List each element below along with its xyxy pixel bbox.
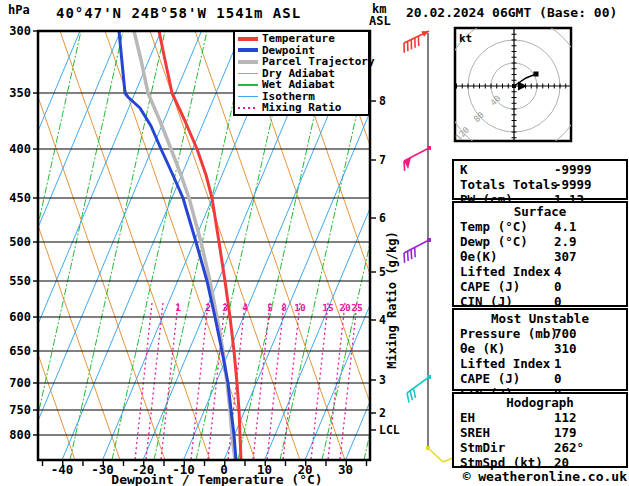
panel-row-label: StmSpd (kt) [460, 455, 543, 470]
sounding-screenshot: 3003504004505005506006507007508001234581… [0, 0, 629, 486]
panel-row-value: 1 [554, 356, 562, 371]
panel-row-value: 20 [554, 455, 569, 470]
pressure-tick-label: 550 [9, 274, 31, 288]
panel-box: SurfaceTemp (°C)4.1Dewp (°C)2.9θe(K)307L… [452, 201, 628, 307]
panel-row-value: 0 [554, 294, 562, 309]
panel-box: Most UnstablePressure (mb)700θe (K)310Li… [452, 308, 628, 391]
panel-row-value: -9999 [554, 177, 592, 192]
altitude-tick-label: 3 [379, 373, 386, 387]
panel-row-label: SREH [460, 425, 490, 440]
panel-row: CAPE (J)0 [454, 371, 626, 386]
panel-row-value: 112 [554, 410, 577, 425]
panel-row: θe(K)307 [454, 249, 626, 264]
panel-row: Temp (°C)4.1 [454, 219, 626, 234]
mixing-ratio-value-label: 2 [205, 302, 211, 313]
mixing-ratio-value-label: 15 [322, 302, 334, 313]
panel-row-value: 2.9 [554, 234, 577, 249]
pressure-tick-label: 650 [9, 344, 31, 358]
lcl-label: LCL [379, 423, 400, 437]
legend-item: Mixing Ratio [238, 102, 368, 114]
mixing-ratio-value-label: 4 [242, 302, 248, 313]
wind-barb-column [404, 31, 452, 462]
legend-label: Temperature [262, 33, 335, 44]
panel-row-label: Totals Totals [460, 177, 558, 192]
panel-row: Lifted Index4 [454, 264, 626, 279]
panel-row-value: 0 [554, 279, 562, 294]
panel-box: K-9999Totals Totals-9999PW (cm)1.13 [452, 159, 628, 200]
panel-row-label: θe (K) [460, 341, 505, 356]
legend-label: Mixing Ratio [262, 102, 341, 113]
legend-swatch [238, 48, 258, 52]
mixing-ratio-value-label: 20 [339, 302, 351, 313]
mixing-ratio-value-label: 8 [281, 302, 287, 313]
legend-label: Wet Adiabat [262, 79, 335, 90]
panel-row-value: -9999 [554, 162, 592, 177]
altitude-tick-label: 8 [379, 94, 386, 108]
mixing-ratio-value-label: 25 [351, 302, 363, 313]
panel-row: Dewp (°C)2.9 [454, 234, 626, 249]
pressure-tick-label: 350 [9, 86, 31, 100]
panel-row-label: K [460, 162, 468, 177]
panel-row-value: 4 [554, 264, 562, 279]
panel-row-label: CIN (J) [460, 294, 513, 309]
panel-row-label: Pressure (mb) [460, 326, 558, 341]
wind-barb [407, 375, 431, 403]
copyright-text: © weatheronline.co.uk [463, 469, 627, 484]
legend-swatch [238, 84, 258, 86]
panel-row: EH112 [454, 410, 626, 425]
temperature-tick-label: 30 [338, 462, 353, 477]
panel-row-value: 0 [554, 371, 562, 386]
datetime-label: 20.02.2024 06GMT (Base: 00) [406, 5, 617, 20]
panel-row: CAPE (J)0 [454, 279, 626, 294]
station-title: 40°47'N 24B°58'W 1541m ASL [56, 5, 301, 21]
legend-label: Dewpoint [262, 45, 315, 56]
panel-section-title: Most Unstable [454, 311, 626, 326]
panel-row: StmSpd (kt)20 [454, 455, 626, 470]
panel-row-label: θe(K) [460, 249, 498, 264]
panel-row: K-9999 [454, 162, 626, 177]
panel-row-label: CAPE (J) [460, 279, 520, 294]
panel-row-label: StmDir [460, 440, 505, 455]
mixing-ratio-lines [135, 303, 357, 460]
panel-row-label: CAPE (J) [460, 371, 520, 386]
legend-swatch [238, 107, 258, 109]
panel-row: SREH179 [454, 425, 626, 440]
altitude-tick-label: 7 [379, 153, 386, 167]
mixing-ratio-value-label: 5 [267, 302, 273, 313]
pressure-tick-label: 450 [9, 191, 31, 205]
legend-swatch [238, 37, 258, 41]
legend-item: Parcel Trajectory [238, 56, 368, 68]
panel-row-value: 4.1 [554, 219, 577, 234]
temperature-axis: -40-30-20-100102030Dewpoint / Temperatur… [43, 460, 367, 486]
panel-section-title: Surface [454, 204, 626, 219]
asl-axis-label: ASL [369, 14, 391, 28]
legend-item: Wet Adiabat [238, 79, 368, 91]
panel-row: θe (K)310 [454, 341, 626, 356]
legend-label: Isotherm [262, 91, 315, 102]
pressure-tick-label: 800 [9, 428, 31, 442]
pressure-tick-label: 750 [9, 403, 31, 417]
legend-label: Parcel Trajectory [262, 56, 375, 67]
panel-row-label: Dewp (°C) [460, 234, 528, 249]
x-axis-title: Dewpoint / Temperature (°C) [111, 472, 322, 486]
altitude-tick-label: 6 [379, 211, 386, 225]
pressure-tick-label: 300 [9, 24, 31, 38]
legend: TemperatureDewpointParcel TrajectoryDry … [233, 30, 370, 116]
pressure-tick-label: 400 [9, 142, 31, 156]
panel-row: StmDir262° [454, 440, 626, 455]
panel-row: Lifted Index1 [454, 356, 626, 371]
pressure-units-label: hPa [8, 3, 30, 17]
legend-swatch [238, 96, 258, 98]
panel-row-value: 179 [554, 425, 577, 440]
panel-row-label: Lifted Index [460, 356, 550, 371]
panel-row: Totals Totals-9999 [454, 177, 626, 192]
panel-row-value: 700 [554, 326, 577, 341]
legend-swatch [238, 60, 258, 64]
pressure-tick-label: 500 [9, 235, 31, 249]
panel-box: HodographEH112SREH179StmDir262°StmSpd (k… [452, 392, 628, 468]
wind-barb [404, 31, 429, 53]
panel-section-title: Hodograph [454, 395, 626, 410]
hodograph-kt-label: kt [459, 32, 472, 45]
temperature-tick-label: -40 [51, 462, 74, 477]
mixing-ratio-axis-label: Mixing Ratio (g/kg) [385, 231, 399, 368]
